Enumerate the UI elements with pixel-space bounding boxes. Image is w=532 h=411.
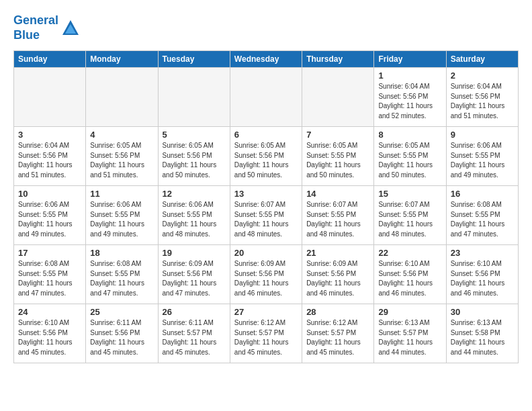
logo-icon xyxy=(61,19,80,38)
day-header-tuesday: Tuesday xyxy=(158,51,230,68)
day-info: Sunrise: 6:07 AM Sunset: 5:55 PM Dayligh… xyxy=(306,200,369,239)
week-row-1: 1Sunrise: 6:04 AM Sunset: 5:56 PM Daylig… xyxy=(14,68,519,127)
calendar-cell: 30Sunrise: 6:13 AM Sunset: 5:58 PM Dayli… xyxy=(446,304,518,363)
day-header-monday: Monday xyxy=(86,51,158,68)
day-number: 7 xyxy=(306,130,369,140)
day-number: 5 xyxy=(163,130,226,140)
day-info: Sunrise: 6:05 AM Sunset: 5:55 PM Dayligh… xyxy=(378,141,441,180)
day-info: Sunrise: 6:10 AM Sunset: 5:56 PM Dayligh… xyxy=(18,318,81,357)
calendar-cell: 26Sunrise: 6:11 AM Sunset: 5:57 PM Dayli… xyxy=(158,304,230,363)
day-header-saturday: Saturday xyxy=(446,51,518,68)
calendar-cell: 6Sunrise: 6:05 AM Sunset: 5:56 PM Daylig… xyxy=(230,127,302,186)
logo-text: General xyxy=(13,13,58,28)
day-number: 28 xyxy=(306,307,369,317)
day-info: Sunrise: 6:09 AM Sunset: 5:56 PM Dayligh… xyxy=(163,259,226,298)
calendar-cell: 16Sunrise: 6:08 AM Sunset: 5:55 PM Dayli… xyxy=(446,186,518,245)
day-number: 4 xyxy=(90,130,153,140)
day-info: Sunrise: 6:12 AM Sunset: 5:57 PM Dayligh… xyxy=(234,318,298,357)
day-info: Sunrise: 6:08 AM Sunset: 5:55 PM Dayligh… xyxy=(451,200,514,239)
day-info: Sunrise: 6:05 AM Sunset: 5:56 PM Dayligh… xyxy=(163,141,226,180)
calendar-header-row: SundayMondayTuesdayWednesdayThursdayFrid… xyxy=(14,51,519,68)
week-row-2: 3Sunrise: 6:04 AM Sunset: 5:56 PM Daylig… xyxy=(14,127,519,186)
calendar-cell: 28Sunrise: 6:12 AM Sunset: 5:57 PM Dayli… xyxy=(302,304,374,363)
day-info: Sunrise: 6:06 AM Sunset: 5:55 PM Dayligh… xyxy=(163,200,226,239)
calendar-cell: 8Sunrise: 6:05 AM Sunset: 5:55 PM Daylig… xyxy=(374,127,446,186)
day-info: Sunrise: 6:04 AM Sunset: 5:56 PM Dayligh… xyxy=(451,82,514,121)
calendar-cell: 29Sunrise: 6:13 AM Sunset: 5:57 PM Dayli… xyxy=(374,304,446,363)
calendar-cell: 27Sunrise: 6:12 AM Sunset: 5:57 PM Dayli… xyxy=(230,304,302,363)
day-number: 30 xyxy=(451,307,514,317)
week-row-4: 17Sunrise: 6:08 AM Sunset: 5:55 PM Dayli… xyxy=(14,245,519,304)
day-number: 25 xyxy=(90,307,153,317)
day-info: Sunrise: 6:13 AM Sunset: 5:58 PM Dayligh… xyxy=(451,318,514,357)
day-header-wednesday: Wednesday xyxy=(230,51,302,68)
day-info: Sunrise: 6:05 AM Sunset: 5:55 PM Dayligh… xyxy=(306,141,369,180)
logo-blue-text: Blue xyxy=(13,28,40,42)
day-info: Sunrise: 6:04 AM Sunset: 5:56 PM Dayligh… xyxy=(378,82,441,121)
day-number: 23 xyxy=(451,248,514,258)
calendar-cell: 20Sunrise: 6:09 AM Sunset: 5:56 PM Dayli… xyxy=(230,245,302,304)
calendar-cell: 22Sunrise: 6:10 AM Sunset: 5:56 PM Dayli… xyxy=(374,245,446,304)
calendar-cell: 25Sunrise: 6:11 AM Sunset: 5:56 PM Dayli… xyxy=(86,304,158,363)
day-number: 24 xyxy=(18,307,81,317)
day-number: 1 xyxy=(378,71,441,81)
day-number: 27 xyxy=(234,307,298,317)
day-number: 20 xyxy=(234,248,298,258)
day-number: 18 xyxy=(90,248,153,258)
day-info: Sunrise: 6:06 AM Sunset: 5:55 PM Dayligh… xyxy=(18,200,81,239)
calendar-cell: 15Sunrise: 6:07 AM Sunset: 5:55 PM Dayli… xyxy=(374,186,446,245)
day-info: Sunrise: 6:13 AM Sunset: 5:57 PM Dayligh… xyxy=(378,318,441,357)
calendar-cell: 4Sunrise: 6:05 AM Sunset: 5:56 PM Daylig… xyxy=(86,127,158,186)
day-header-thursday: Thursday xyxy=(302,51,374,68)
calendar-table: SundayMondayTuesdayWednesdayThursdayFrid… xyxy=(13,50,519,363)
day-info: Sunrise: 6:10 AM Sunset: 5:56 PM Dayligh… xyxy=(378,259,441,298)
day-number: 26 xyxy=(163,307,226,317)
day-info: Sunrise: 6:10 AM Sunset: 5:56 PM Dayligh… xyxy=(451,259,514,298)
day-info: Sunrise: 6:05 AM Sunset: 5:56 PM Dayligh… xyxy=(234,141,298,180)
calendar-cell: 11Sunrise: 6:06 AM Sunset: 5:55 PM Dayli… xyxy=(86,186,158,245)
calendar-cell: 19Sunrise: 6:09 AM Sunset: 5:56 PM Dayli… xyxy=(158,245,230,304)
day-number: 2 xyxy=(451,71,514,81)
calendar-body: 1Sunrise: 6:04 AM Sunset: 5:56 PM Daylig… xyxy=(14,68,519,363)
day-number: 12 xyxy=(163,189,226,199)
day-number: 16 xyxy=(451,189,514,199)
week-row-5: 24Sunrise: 6:10 AM Sunset: 5:56 PM Dayli… xyxy=(14,304,519,363)
calendar-cell: 23Sunrise: 6:10 AM Sunset: 5:56 PM Dayli… xyxy=(446,245,518,304)
week-row-3: 10Sunrise: 6:06 AM Sunset: 5:55 PM Dayli… xyxy=(14,186,519,245)
day-number: 21 xyxy=(306,248,369,258)
logo-blue: Blue xyxy=(13,28,58,43)
calendar-cell: 18Sunrise: 6:08 AM Sunset: 5:55 PM Dayli… xyxy=(86,245,158,304)
day-number: 10 xyxy=(18,189,81,199)
day-info: Sunrise: 6:06 AM Sunset: 5:55 PM Dayligh… xyxy=(90,200,153,239)
day-number: 14 xyxy=(306,189,369,199)
calendar-cell: 1Sunrise: 6:04 AM Sunset: 5:56 PM Daylig… xyxy=(374,68,446,127)
day-info: Sunrise: 6:08 AM Sunset: 5:55 PM Dayligh… xyxy=(90,259,153,298)
calendar-cell xyxy=(86,68,158,127)
day-info: Sunrise: 6:04 AM Sunset: 5:56 PM Dayligh… xyxy=(18,141,81,180)
day-info: Sunrise: 6:09 AM Sunset: 5:56 PM Dayligh… xyxy=(306,259,369,298)
calendar-cell xyxy=(158,68,230,127)
calendar-cell: 5Sunrise: 6:05 AM Sunset: 5:56 PM Daylig… xyxy=(158,127,230,186)
day-number: 15 xyxy=(378,189,441,199)
calendar-cell: 9Sunrise: 6:06 AM Sunset: 5:55 PM Daylig… xyxy=(446,127,518,186)
calendar-cell: 24Sunrise: 6:10 AM Sunset: 5:56 PM Dayli… xyxy=(14,304,86,363)
day-number: 13 xyxy=(234,189,298,199)
calendar-cell: 14Sunrise: 6:07 AM Sunset: 5:55 PM Dayli… xyxy=(302,186,374,245)
header: General Blue xyxy=(13,11,519,42)
day-number: 6 xyxy=(234,130,298,140)
logo: General Blue xyxy=(13,13,80,42)
calendar-cell: 12Sunrise: 6:06 AM Sunset: 5:55 PM Dayli… xyxy=(158,186,230,245)
day-number: 3 xyxy=(18,130,81,140)
calendar-cell: 7Sunrise: 6:05 AM Sunset: 5:55 PM Daylig… xyxy=(302,127,374,186)
calendar-cell: 3Sunrise: 6:04 AM Sunset: 5:56 PM Daylig… xyxy=(14,127,86,186)
day-number: 19 xyxy=(163,248,226,258)
calendar-cell: 2Sunrise: 6:04 AM Sunset: 5:56 PM Daylig… xyxy=(446,68,518,127)
calendar-cell: 17Sunrise: 6:08 AM Sunset: 5:55 PM Dayli… xyxy=(14,245,86,304)
logo-general: General xyxy=(13,13,58,27)
day-info: Sunrise: 6:11 AM Sunset: 5:56 PM Dayligh… xyxy=(90,318,153,357)
day-info: Sunrise: 6:09 AM Sunset: 5:56 PM Dayligh… xyxy=(234,259,298,298)
day-info: Sunrise: 6:11 AM Sunset: 5:57 PM Dayligh… xyxy=(163,318,226,357)
day-header-friday: Friday xyxy=(374,51,446,68)
calendar-cell xyxy=(14,68,86,127)
day-info: Sunrise: 6:05 AM Sunset: 5:56 PM Dayligh… xyxy=(90,141,153,180)
